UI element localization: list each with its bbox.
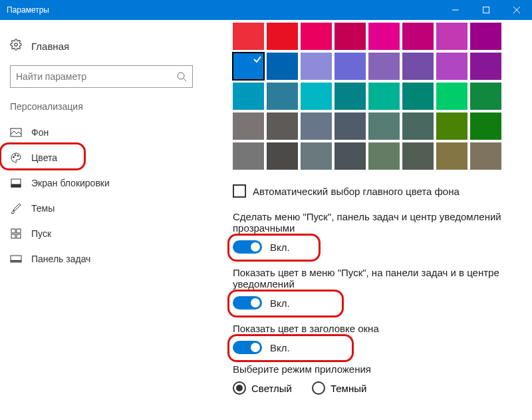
showcolor-title-block: Показать цвет в заголовке окна Вкл. [233, 323, 532, 354]
toggle-showcolor-title[interactable] [233, 341, 262, 354]
sidebar: Главная Персонализация Фон Цвета [0, 20, 203, 420]
color-swatch[interactable] [233, 83, 264, 110]
color-swatch[interactable] [402, 112, 434, 140]
svg-rect-14 [17, 229, 21, 233]
color-swatch[interactable] [267, 142, 298, 170]
showcolor-start-desc: Показать цвет в меню "Пуск", на панели з… [233, 267, 512, 290]
color-swatch[interactable] [334, 53, 366, 80]
sidebar-item-label: Темы [31, 203, 55, 214]
color-swatch[interactable] [267, 112, 298, 140]
color-swatch[interactable] [233, 23, 264, 50]
home-link[interactable]: Главная [3, 33, 200, 65]
radio-dark[interactable]: Темный [312, 381, 366, 395]
color-swatch[interactable] [436, 53, 467, 80]
start-icon [10, 228, 22, 240]
sidebar-item-lockscreen[interactable]: Экран блокировки [3, 170, 200, 196]
svg-point-4 [15, 43, 18, 47]
svg-point-10 [17, 155, 19, 156]
color-swatch[interactable] [368, 53, 400, 80]
radio-light[interactable]: Светлый [233, 381, 292, 395]
sidebar-item-taskbar[interactable]: Панель задач [3, 246, 200, 272]
color-swatch[interactable] [470, 53, 501, 80]
color-swatch[interactable] [436, 83, 467, 110]
color-swatch[interactable] [368, 83, 400, 110]
color-swatch[interactable] [233, 53, 264, 80]
check-icon [253, 55, 262, 64]
radio-light-label: Светлый [251, 383, 292, 394]
brush-icon [10, 202, 22, 214]
sidebar-item-start[interactable]: Пуск [3, 221, 200, 246]
sidebar-item-label: Фон [31, 127, 49, 138]
color-swatch[interactable] [368, 23, 400, 50]
svg-rect-1 [483, 7, 489, 13]
color-swatch[interactable] [436, 23, 467, 50]
main-content: Автоматический выбор главного цвета фона… [203, 20, 532, 420]
color-swatch[interactable] [436, 142, 467, 170]
color-swatch[interactable] [368, 142, 400, 170]
svg-point-9 [15, 154, 16, 156]
toggle-transparency[interactable] [233, 240, 262, 254]
search-input[interactable] [16, 71, 176, 82]
svg-rect-13 [11, 229, 15, 233]
color-swatch[interactable] [402, 142, 434, 170]
color-swatch[interactable] [470, 83, 501, 110]
color-swatch[interactable] [402, 83, 434, 110]
color-swatch[interactable] [470, 23, 501, 50]
checkbox-auto-color[interactable] [233, 184, 246, 198]
section-label: Персонализация [3, 101, 200, 120]
minimize-button[interactable] [440, 0, 471, 20]
radio-circle-icon [312, 381, 325, 395]
color-swatch[interactable] [267, 23, 298, 50]
color-swatch[interactable] [301, 112, 332, 140]
color-swatch[interactable] [470, 142, 501, 170]
window-title: Параметры [7, 5, 49, 15]
sidebar-item-label: Панель задач [31, 254, 90, 264]
toggle-state: Вкл. [270, 298, 290, 309]
color-swatch[interactable] [402, 53, 434, 80]
sidebar-item-background[interactable]: Фон [3, 120, 200, 145]
color-swatch[interactable] [334, 83, 366, 110]
color-swatch[interactable] [233, 112, 264, 140]
search-input-container[interactable] [10, 65, 193, 88]
color-swatch[interactable] [267, 53, 298, 80]
lockscreen-icon [10, 177, 22, 189]
color-swatch[interactable] [368, 112, 400, 140]
close-button[interactable] [501, 0, 532, 20]
radio-dark-label: Темный [331, 383, 366, 394]
app-mode-label: Выберите режим приложения [233, 363, 512, 375]
search-icon [176, 71, 187, 82]
color-swatch[interactable] [301, 83, 332, 110]
color-swatch[interactable] [334, 142, 366, 170]
color-swatch[interactable] [267, 83, 298, 110]
sidebar-item-label: Пуск [31, 228, 51, 239]
transparency-desc: Сделать меню "Пуск", панель задач и цент… [233, 211, 512, 234]
maximize-button[interactable] [471, 0, 501, 20]
color-swatch[interactable] [334, 23, 366, 50]
toggle-state: Вкл. [270, 242, 290, 253]
svg-point-5 [178, 73, 184, 79]
color-swatch[interactable] [301, 23, 332, 50]
color-swatch[interactable] [301, 142, 332, 170]
showcolor-title-desc: Показать цвет в заголовке окна [233, 323, 512, 334]
color-swatch[interactable] [334, 112, 366, 140]
sidebar-item-themes[interactable]: Темы [3, 196, 200, 221]
titlebar: Параметры [0, 0, 532, 20]
picture-icon [10, 126, 22, 138]
toggle-showcolor-start[interactable] [233, 296, 262, 310]
app-mode-block: Выберите режим приложения Светлый Темный [233, 363, 532, 395]
auto-color-row[interactable]: Автоматический выбор главного цвета фона [233, 184, 532, 198]
sidebar-item-colors[interactable]: Цвета [3, 145, 200, 170]
svg-rect-12 [11, 184, 21, 187]
color-palette [233, 23, 532, 170]
taskbar-icon [10, 253, 22, 265]
color-swatch[interactable] [233, 142, 264, 170]
color-swatch[interactable] [436, 112, 467, 140]
gear-icon [10, 39, 22, 53]
svg-line-6 [184, 79, 186, 81]
color-swatch[interactable] [301, 53, 332, 80]
auto-color-label: Автоматический выбор главного цвета фона [253, 186, 460, 197]
svg-rect-15 [11, 234, 15, 238]
color-swatch[interactable] [470, 112, 501, 140]
color-swatch[interactable] [402, 23, 434, 50]
svg-point-8 [13, 156, 15, 158]
